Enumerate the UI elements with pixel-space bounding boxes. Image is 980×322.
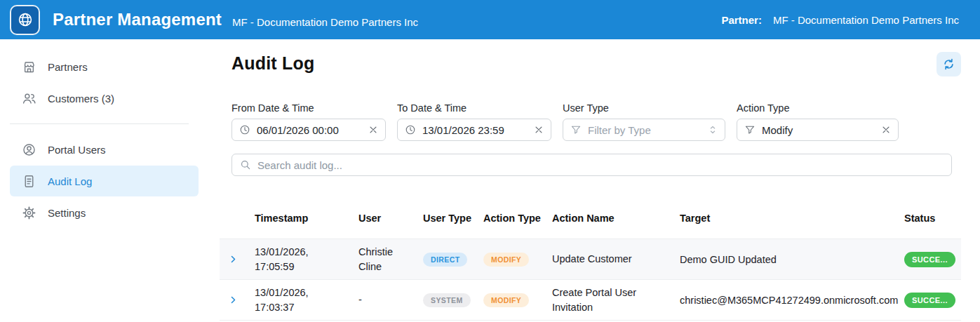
col-status: Status: [904, 211, 961, 226]
cell-user: Christie Cline: [358, 245, 423, 274]
from-date-label: From Date & Time: [231, 102, 386, 114]
action-type-badge: MODIFY: [483, 293, 529, 307]
close-icon[interactable]: [534, 125, 544, 135]
cell-status: SUCCE...: [904, 293, 964, 308]
chevron-right-icon: [229, 255, 238, 264]
globe-logo-icon: [10, 5, 40, 35]
refresh-button[interactable]: [937, 52, 961, 76]
sidebar-item-label: Partners: [48, 61, 88, 73]
cell-timestamp: 13/01/2026, 17:03:37: [255, 286, 358, 314]
audit-log-table: Timestamp User User Type Action Type Act…: [220, 199, 961, 321]
cell-target: Demo GUID Updated: [680, 254, 904, 265]
table-header-row: Timestamp User User Type Action Type Act…: [220, 199, 961, 239]
cell-timestamp: 13/01/2026, 17:05:59: [255, 245, 358, 274]
user-type-input[interactable]: [588, 124, 702, 136]
status-badge: SUCCE...: [904, 293, 955, 308]
updown-chevrons-icon[interactable]: [708, 124, 718, 135]
people-icon: [21, 90, 36, 106]
search-bar[interactable]: [231, 154, 952, 176]
refresh-sync-icon: [942, 58, 955, 71]
clock-icon: [405, 124, 416, 135]
user-type-label: User Type: [563, 102, 725, 114]
col-action-name: Action Name: [552, 211, 680, 226]
action-type-badge: MODIFY: [483, 253, 529, 267]
header-left: Partner Management MF - Documentation De…: [10, 5, 418, 35]
search-icon: [240, 159, 251, 170]
user-type-select[interactable]: [563, 119, 725, 141]
cell-user-type: SYSTEM: [423, 293, 483, 307]
col-action-type: Action Type: [483, 211, 552, 226]
search-input[interactable]: [257, 159, 944, 171]
sidebar-item-partners[interactable]: Partners: [10, 51, 199, 82]
col-user: User: [358, 211, 423, 226]
cell-action-name: Create Portal User Invitation: [552, 286, 680, 314]
to-date-field[interactable]: [397, 119, 551, 141]
gear-icon: [21, 205, 36, 220]
user-type-badge: DIRECT: [423, 253, 467, 267]
col-timestamp: Timestamp: [255, 211, 358, 226]
funnel-icon: [570, 124, 582, 135]
app-title: Partner Management: [53, 10, 222, 29]
partner-label: Partner:: [721, 14, 762, 26]
sidebar: Partners Customers (3): [0, 39, 199, 322]
chevron-right-icon: [229, 295, 238, 304]
from-date-field[interactable]: [231, 119, 386, 141]
status-badge: SUCCE...: [904, 252, 955, 267]
col-target: Target: [680, 211, 904, 226]
app-window: Partner Management MF - Documentation De…: [0, 0, 980, 322]
sidebar-item-settings[interactable]: Settings: [10, 197, 199, 228]
to-date-input[interactable]: [422, 124, 528, 136]
table-row: 13/01/2026, 17:03:37 - SYSTEM MODIFY Cre…: [220, 280, 961, 321]
close-icon[interactable]: [368, 125, 378, 135]
cell-action-type: MODIFY: [483, 293, 552, 307]
cell-user: -: [358, 293, 423, 307]
cell-action-type: MODIFY: [483, 253, 552, 267]
app-header: Partner Management MF - Documentation De…: [0, 0, 980, 39]
from-date-input[interactable]: [257, 124, 362, 136]
clock-icon: [239, 124, 250, 135]
cell-user-type: DIRECT: [423, 253, 483, 267]
sidebar-divider: [10, 123, 189, 124]
row-expand-button[interactable]: [220, 295, 255, 304]
cell-status: SUCCE...: [904, 252, 964, 267]
action-type-label: Action Type: [737, 102, 899, 114]
sidebar-item-label: Customers (3): [48, 93, 114, 105]
close-icon[interactable]: [881, 125, 891, 135]
sidebar-item-portal-users[interactable]: Portal Users: [10, 134, 199, 165]
sidebar-item-label: Settings: [48, 207, 86, 219]
user-circle-icon: [21, 142, 36, 157]
funnel-icon: [744, 124, 756, 135]
sidebar-item-audit-log[interactable]: Audit Log: [10, 166, 199, 196]
cell-action-name: Update Customer: [552, 252, 680, 266]
page-title: Audit Log: [231, 53, 314, 74]
filters-row: From Date & Time To Da: [231, 102, 961, 141]
table-row: 13/01/2026, 17:05:59 Christie Cline DIRE…: [220, 239, 961, 280]
header-partner-info: Partner: MF - Documentation Demo Partner…: [721, 14, 959, 26]
sidebar-item-label: Portal Users: [48, 144, 106, 156]
partner-value: MF - Documentation Demo Partners Inc: [773, 14, 959, 26]
app-subtitle: MF - Documentation Demo Partners Inc: [232, 16, 418, 28]
action-type-input[interactable]: [762, 124, 875, 136]
cell-target: christiec@M365MCP41272499.onmicrosoft.co…: [680, 295, 904, 306]
user-type-badge: SYSTEM: [423, 293, 471, 307]
row-expand-button[interactable]: [220, 255, 255, 264]
col-user-type: User Type: [423, 211, 483, 226]
sidebar-item-customers[interactable]: Customers (3): [10, 83, 199, 114]
store-icon: [21, 59, 36, 74]
sidebar-item-label: Audit Log: [48, 175, 92, 187]
to-date-label: To Date & Time: [397, 102, 551, 114]
action-type-select[interactable]: [737, 119, 899, 141]
audit-log-page: Audit Log From Date & Time: [199, 39, 980, 322]
document-icon: [21, 173, 36, 189]
